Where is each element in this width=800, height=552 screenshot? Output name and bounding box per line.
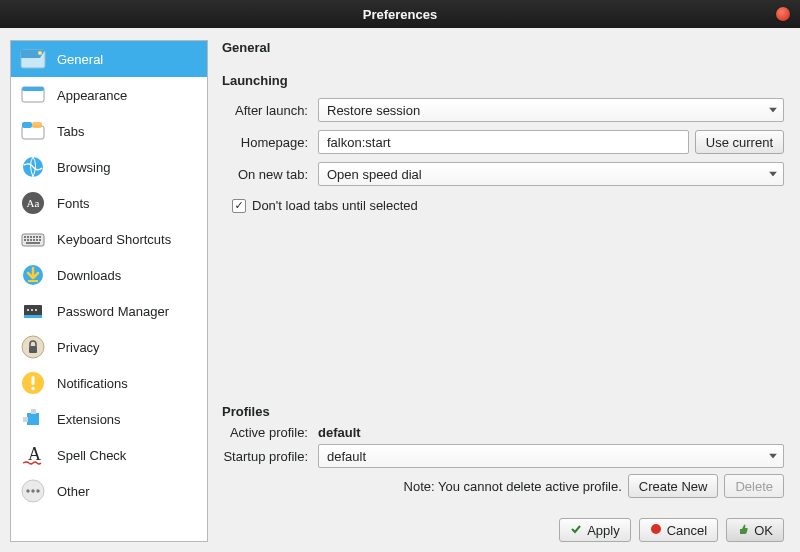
- window-title: Preferences: [363, 7, 437, 22]
- startup-profile-select[interactable]: default: [318, 444, 784, 468]
- startup-profile-label: Startup profile:: [222, 449, 318, 464]
- svg-rect-5: [22, 122, 32, 128]
- svg-rect-36: [27, 413, 39, 425]
- sidebar-item-tabs[interactable]: Tabs: [11, 113, 207, 149]
- sidebar-item-other[interactable]: Other: [11, 473, 207, 509]
- svg-rect-15: [36, 236, 38, 238]
- fonts-icon: Aa: [19, 189, 47, 217]
- stop-icon: [650, 523, 662, 538]
- chevron-down-icon: [769, 454, 777, 459]
- sidebar-item-label: Keyboard Shortcuts: [57, 232, 171, 247]
- sidebar-item-privacy[interactable]: Privacy: [11, 329, 207, 365]
- footer-buttons: Apply Cancel OK: [559, 518, 784, 542]
- profiles-block: Profiles Active profile: default Startup…: [222, 394, 784, 498]
- cancel-button[interactable]: Cancel: [639, 518, 718, 542]
- svg-rect-34: [32, 376, 35, 385]
- other-icon: [19, 477, 47, 505]
- sidebar-item-browsing[interactable]: Browsing: [11, 149, 207, 185]
- sidebar-item-label: Extensions: [57, 412, 121, 427]
- privacy-icon: [19, 333, 47, 361]
- page-title: General: [222, 40, 784, 55]
- chevron-down-icon: [769, 108, 777, 113]
- sidebar-item-label: Browsing: [57, 160, 110, 175]
- svg-rect-3: [22, 87, 44, 91]
- svg-point-1: [38, 51, 42, 55]
- svg-rect-38: [31, 409, 36, 414]
- delete-button[interactable]: Delete: [724, 474, 784, 498]
- svg-rect-32: [29, 346, 37, 353]
- active-profile-value: default: [318, 425, 361, 440]
- sidebar-item-label: Spell Check: [57, 448, 126, 463]
- svg-point-41: [26, 489, 29, 492]
- svg-rect-25: [28, 280, 38, 282]
- use-current-button[interactable]: Use current: [695, 130, 784, 154]
- extensions-icon: [19, 405, 47, 433]
- launching-title: Launching: [222, 73, 784, 88]
- sidebar-item-fonts[interactable]: Aa Fonts: [11, 185, 207, 221]
- svg-rect-21: [36, 239, 38, 241]
- homepage-value: falkon:start: [327, 135, 391, 150]
- sidebar-item-label: Other: [57, 484, 90, 499]
- svg-rect-11: [24, 236, 26, 238]
- check-icon: ✓: [234, 200, 243, 211]
- after-launch-select[interactable]: Restore session: [318, 98, 784, 122]
- new-tab-label: On new tab:: [222, 167, 318, 182]
- profiles-note: Note: You cannot delete active profile.: [404, 479, 622, 494]
- apply-button[interactable]: Apply: [559, 518, 631, 542]
- svg-point-29: [31, 309, 33, 311]
- sidebar-item-label: Fonts: [57, 196, 90, 211]
- keyboard-icon: [19, 225, 47, 253]
- svg-rect-37: [23, 417, 28, 422]
- sidebar-item-extensions[interactable]: Extensions: [11, 401, 207, 437]
- lazy-tabs-label: Don't load tabs until selected: [252, 198, 418, 213]
- titlebar: Preferences: [0, 0, 800, 28]
- sidebar-item-downloads[interactable]: Downloads: [11, 257, 207, 293]
- svg-rect-20: [33, 239, 35, 241]
- globe-icon: [19, 153, 47, 181]
- sidebar-item-label: Downloads: [57, 268, 121, 283]
- sidebar-item-general[interactable]: General: [11, 41, 207, 77]
- svg-point-44: [651, 524, 661, 534]
- sidebar-item-label: Notifications: [57, 376, 128, 391]
- appearance-icon: [19, 81, 47, 109]
- chevron-down-icon: [769, 172, 777, 177]
- svg-point-28: [27, 309, 29, 311]
- sidebar-item-password[interactable]: Password Manager: [11, 293, 207, 329]
- svg-text:A: A: [28, 444, 41, 464]
- svg-rect-14: [33, 236, 35, 238]
- general-icon: [19, 45, 47, 73]
- sidebar-item-appearance[interactable]: Appearance: [11, 77, 207, 113]
- svg-rect-22: [39, 239, 41, 241]
- svg-rect-19: [30, 239, 32, 241]
- new-tab-value: Open speed dial: [327, 167, 422, 182]
- active-profile-label: Active profile:: [222, 425, 318, 440]
- svg-point-30: [35, 309, 37, 311]
- svg-rect-17: [24, 239, 26, 241]
- downloads-icon: [19, 261, 47, 289]
- new-tab-select[interactable]: Open speed dial: [318, 162, 784, 186]
- homepage-field[interactable]: falkon:start: [318, 130, 689, 154]
- ok-button[interactable]: OK: [726, 518, 784, 542]
- svg-rect-23: [26, 242, 40, 244]
- sidebar-item-keyboard[interactable]: Keyboard Shortcuts: [11, 221, 207, 257]
- svg-rect-27: [24, 315, 42, 318]
- create-new-button[interactable]: Create New: [628, 474, 719, 498]
- close-icon[interactable]: [776, 7, 790, 21]
- password-icon: [19, 297, 47, 325]
- sidebar-item-label: Password Manager: [57, 304, 169, 319]
- after-launch-label: After launch:: [222, 103, 318, 118]
- svg-point-35: [31, 387, 34, 390]
- homepage-label: Homepage:: [222, 135, 318, 150]
- main-panel: General Launching After launch: Restore …: [216, 40, 790, 542]
- spell-icon: A: [19, 441, 47, 469]
- lazy-tabs-checkbox[interactable]: ✓: [232, 199, 246, 213]
- thumbs-up-icon: [737, 523, 749, 538]
- svg-rect-12: [27, 236, 29, 238]
- sidebar-item-label: Privacy: [57, 340, 100, 355]
- svg-rect-6: [32, 122, 42, 128]
- profiles-title: Profiles: [222, 404, 784, 419]
- sidebar-item-notifications[interactable]: Notifications: [11, 365, 207, 401]
- sidebar-item-spellcheck[interactable]: A Spell Check: [11, 437, 207, 473]
- startup-profile-value: default: [327, 449, 366, 464]
- sidebar-item-label: General: [57, 52, 103, 67]
